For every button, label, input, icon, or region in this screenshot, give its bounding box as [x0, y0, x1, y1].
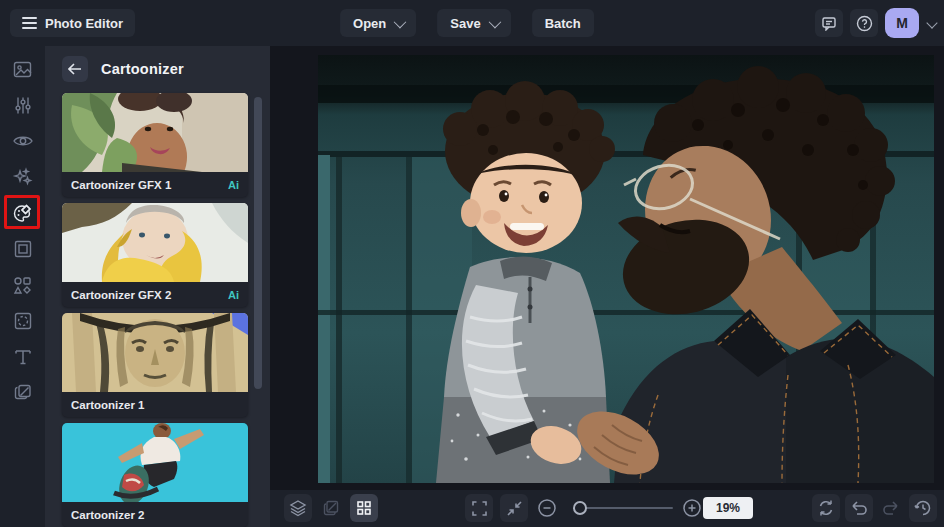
chevron-down-icon — [394, 15, 407, 28]
photo-image[interactable] — [318, 55, 934, 483]
chevron-down-icon — [488, 15, 501, 28]
image-icon — [12, 59, 33, 80]
help-button[interactable] — [850, 9, 878, 37]
sparkles-icon — [12, 167, 33, 188]
zoom-out-button[interactable] — [533, 494, 561, 522]
undo-button[interactable] — [845, 494, 873, 522]
canvas-area[interactable] — [270, 46, 944, 490]
account-chevron-down-icon[interactable] — [926, 17, 937, 28]
sliders-icon — [13, 95, 33, 116]
open-button[interactable]: Open — [340, 9, 416, 37]
redo-icon — [882, 500, 900, 516]
effect-label: Cartoonizer GFX 2 — [71, 289, 171, 301]
avatar[interactable]: M — [885, 8, 919, 38]
eye-icon — [12, 131, 34, 151]
topbar-right: M — [815, 8, 936, 38]
feedback-button[interactable] — [815, 9, 843, 37]
main-menu-button[interactable]: Photo Editor — [10, 9, 135, 37]
texture-icon — [13, 311, 33, 331]
effect-label: Cartoonizer GFX 1 — [71, 179, 171, 191]
fit-screen-icon — [506, 500, 523, 517]
sidebar-item-textures[interactable] — [11, 382, 35, 404]
bottom-toolbar: 19% — [270, 490, 944, 527]
ai-badge: Ai — [228, 179, 239, 191]
topbar-actions: Open Save Batch — [340, 9, 594, 37]
fullscreen-button[interactable] — [465, 494, 493, 522]
zoom-slider[interactable] — [575, 507, 673, 509]
sidebar-item-artsy[interactable] — [11, 202, 35, 224]
zoom-in-icon — [682, 498, 702, 518]
effect-card-cartoonizer-gfx-2[interactable]: Cartoonizer GFX 2 Ai — [62, 203, 248, 307]
cartoonizer-panel: Cartoonizer — [45, 46, 270, 527]
back-arrow-icon — [68, 63, 82, 75]
sidebar-item-adjust[interactable] — [11, 94, 35, 116]
sidebar-item-effects[interactable] — [11, 166, 35, 188]
fit-screen-button[interactable] — [500, 494, 528, 522]
compare-button[interactable] — [812, 494, 840, 522]
sidebar-item-text[interactable] — [11, 346, 35, 368]
ai-badge: Ai — [228, 289, 239, 301]
sidebar-item-edit[interactable] — [11, 58, 35, 80]
effect-card-list: Cartoonizer GFX 1 Ai — [62, 93, 248, 527]
shapes-icon — [12, 275, 33, 296]
help-icon — [856, 15, 873, 32]
zoom-in-button[interactable] — [678, 494, 706, 522]
comment-icon — [821, 15, 837, 31]
history-button[interactable] — [909, 494, 937, 522]
photo-editor-app: Photo Editor Open Save Batch — [0, 0, 944, 527]
sidebar-item-graphics[interactable] — [11, 274, 35, 296]
zoom-level-value[interactable]: 19% — [703, 497, 753, 519]
batch-button[interactable]: Batch — [532, 9, 594, 37]
tool-rail — [0, 46, 45, 527]
undo-icon — [850, 500, 868, 516]
effect-thumbnail — [62, 313, 248, 392]
overlap-icon — [13, 383, 33, 403]
palette-icon — [12, 203, 34, 224]
sidebar-item-frames[interactable] — [11, 238, 35, 260]
effect-label: Cartoonizer 1 — [71, 399, 145, 411]
flatten-icon — [322, 499, 340, 517]
zoom-slider-handle[interactable] — [573, 501, 587, 515]
top-bar: Photo Editor Open Save Batch — [0, 0, 944, 46]
effect-thumbnail — [62, 423, 248, 502]
layers-icon — [289, 499, 307, 517]
redo-button[interactable] — [877, 494, 905, 522]
app-title: Photo Editor — [45, 16, 123, 31]
hamburger-icon — [22, 14, 37, 32]
sidebar-item-overlays[interactable] — [11, 310, 35, 332]
back-button[interactable] — [62, 56, 88, 82]
fullscreen-icon — [471, 500, 488, 517]
panel-header: Cartoonizer — [45, 46, 270, 92]
grid-view-button[interactable] — [350, 494, 378, 522]
sidebar-item-touchup[interactable] — [11, 130, 35, 152]
flatten-button[interactable] — [317, 494, 345, 522]
effect-card-cartoonizer-2[interactable]: Cartoonizer 2 — [62, 423, 248, 527]
grid-icon — [356, 500, 372, 516]
effect-thumbnail — [62, 203, 248, 282]
effect-card-cartoonizer-1[interactable]: Cartoonizer 1 — [62, 313, 248, 417]
compare-icon — [817, 499, 835, 517]
effect-card-cartoonizer-gfx-1[interactable]: Cartoonizer GFX 1 Ai — [62, 93, 248, 197]
effect-label: Cartoonizer 2 — [71, 509, 145, 521]
zoom-out-icon — [537, 498, 557, 518]
save-button[interactable]: Save — [437, 9, 510, 37]
layers-button[interactable] — [284, 494, 312, 522]
panel-title: Cartoonizer — [101, 61, 184, 77]
text-icon — [13, 347, 33, 367]
panel-scrollbar[interactable] — [254, 97, 262, 389]
frame-icon — [13, 239, 33, 259]
effect-thumbnail — [62, 93, 248, 172]
history-icon — [914, 499, 932, 517]
